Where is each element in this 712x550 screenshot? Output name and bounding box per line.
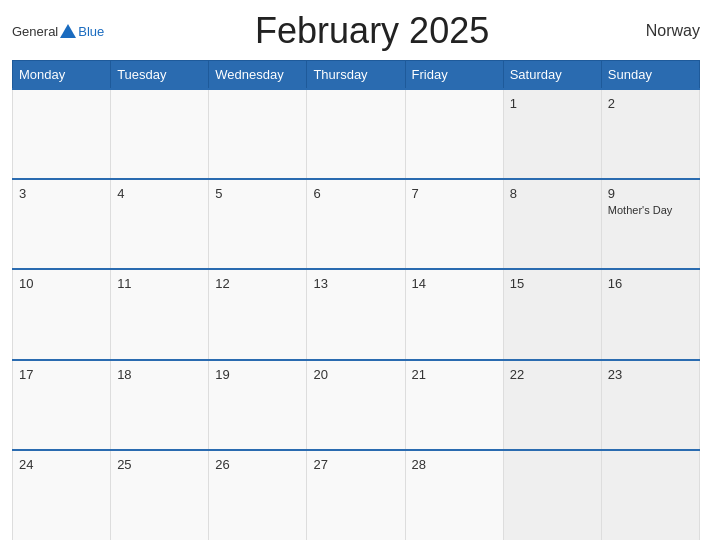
col-saturday: Saturday xyxy=(503,61,601,90)
empty-cell xyxy=(13,89,111,179)
day-number: 9 xyxy=(608,186,615,201)
day-cell: 8 xyxy=(503,179,601,269)
empty-cell xyxy=(111,89,209,179)
day-cell: 28 xyxy=(405,450,503,540)
day-cell: 18 xyxy=(111,360,209,450)
day-cell: 6 xyxy=(307,179,405,269)
day-cell: 5 xyxy=(209,179,307,269)
day-number: 7 xyxy=(412,186,419,201)
week-row-1: 12 xyxy=(13,89,700,179)
day-number: 5 xyxy=(215,186,222,201)
calendar-title: February 2025 xyxy=(104,10,640,52)
day-number: 8 xyxy=(510,186,517,201)
day-cell: 7 xyxy=(405,179,503,269)
day-cell: 2 xyxy=(601,89,699,179)
week-row-4: 17181920212223 xyxy=(13,360,700,450)
day-cell: 22 xyxy=(503,360,601,450)
day-number: 18 xyxy=(117,367,131,382)
day-number: 13 xyxy=(313,276,327,291)
day-number: 20 xyxy=(313,367,327,382)
col-monday: Monday xyxy=(13,61,111,90)
day-number: 19 xyxy=(215,367,229,382)
day-number: 27 xyxy=(313,457,327,472)
day-cell xyxy=(601,450,699,540)
country-label: Norway xyxy=(640,22,700,40)
week-row-3: 10111213141516 xyxy=(13,269,700,359)
day-cell: 3 xyxy=(13,179,111,269)
header-row: Monday Tuesday Wednesday Thursday Friday… xyxy=(13,61,700,90)
day-cell: 16 xyxy=(601,269,699,359)
day-cell: 27 xyxy=(307,450,405,540)
col-tuesday: Tuesday xyxy=(111,61,209,90)
day-number: 3 xyxy=(19,186,26,201)
day-cell: 20 xyxy=(307,360,405,450)
day-cell: 24 xyxy=(13,450,111,540)
day-cell: 23 xyxy=(601,360,699,450)
day-cell xyxy=(503,450,601,540)
day-cell: 15 xyxy=(503,269,601,359)
day-number: 6 xyxy=(313,186,320,201)
day-cell: 4 xyxy=(111,179,209,269)
day-number: 10 xyxy=(19,276,33,291)
day-cell: 19 xyxy=(209,360,307,450)
header: General Blue February 2025 Norway xyxy=(12,10,700,52)
day-number: 15 xyxy=(510,276,524,291)
empty-cell xyxy=(209,89,307,179)
day-cell: 10 xyxy=(13,269,111,359)
logo: General Blue xyxy=(12,24,104,39)
day-cell: 9Mother's Day xyxy=(601,179,699,269)
day-cell: 26 xyxy=(209,450,307,540)
day-number: 1 xyxy=(510,96,517,111)
day-cell: 21 xyxy=(405,360,503,450)
col-sunday: Sunday xyxy=(601,61,699,90)
week-row-2: 3456789Mother's Day xyxy=(13,179,700,269)
week-row-5: 2425262728 xyxy=(13,450,700,540)
day-cell: 17 xyxy=(13,360,111,450)
day-number: 26 xyxy=(215,457,229,472)
day-number: 21 xyxy=(412,367,426,382)
day-number: 4 xyxy=(117,186,124,201)
day-cell: 25 xyxy=(111,450,209,540)
day-number: 28 xyxy=(412,457,426,472)
event-label: Mother's Day xyxy=(608,204,693,216)
col-wednesday: Wednesday xyxy=(209,61,307,90)
calendar-table: Monday Tuesday Wednesday Thursday Friday… xyxy=(12,60,700,540)
day-number: 12 xyxy=(215,276,229,291)
day-cell: 11 xyxy=(111,269,209,359)
day-number: 25 xyxy=(117,457,131,472)
logo-triangle-icon xyxy=(60,24,76,38)
empty-cell xyxy=(307,89,405,179)
col-thursday: Thursday xyxy=(307,61,405,90)
day-number: 16 xyxy=(608,276,622,291)
day-number: 11 xyxy=(117,276,131,291)
logo-blue-text: Blue xyxy=(78,24,104,39)
page: General Blue February 2025 Norway Monday… xyxy=(0,0,712,550)
col-friday: Friday xyxy=(405,61,503,90)
day-number: 2 xyxy=(608,96,615,111)
logo-general-text: General xyxy=(12,24,58,39)
day-number: 24 xyxy=(19,457,33,472)
day-cell: 14 xyxy=(405,269,503,359)
empty-cell xyxy=(405,89,503,179)
day-number: 17 xyxy=(19,367,33,382)
day-number: 23 xyxy=(608,367,622,382)
day-cell: 12 xyxy=(209,269,307,359)
day-cell: 13 xyxy=(307,269,405,359)
day-cell: 1 xyxy=(503,89,601,179)
day-number: 14 xyxy=(412,276,426,291)
day-number: 22 xyxy=(510,367,524,382)
